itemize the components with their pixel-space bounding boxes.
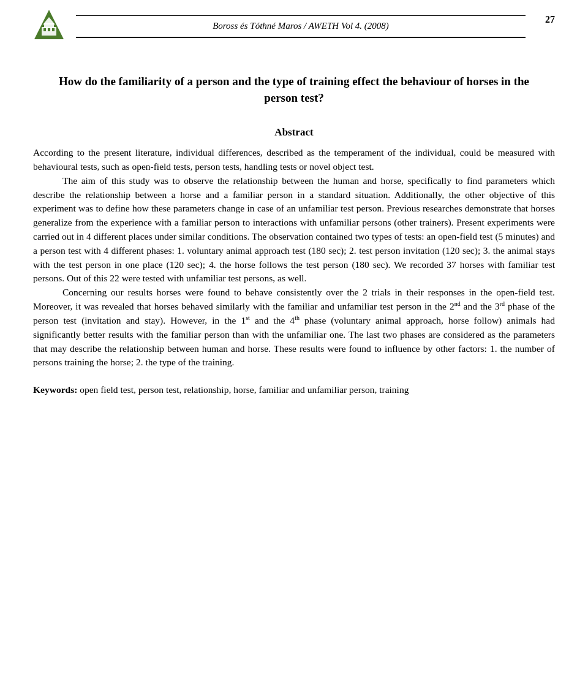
abstract-heading: Abstract xyxy=(33,125,555,140)
abstract-paragraph-2: The aim of this study was to observe the… xyxy=(33,174,555,286)
abstract-paragraph-1: According to the present literature, ind… xyxy=(33,146,555,174)
keywords-text: open field test, person test, relationsh… xyxy=(80,384,409,395)
keywords: Keywords: open field test, person test, … xyxy=(33,383,555,397)
abstract-body: According to the present literature, ind… xyxy=(33,146,555,370)
main-title: How do the familiarity of a person and t… xyxy=(45,74,543,106)
header: Boross és Tóthné Maros / AWETH Vol 4. (2… xyxy=(33,0,555,50)
header-line-top xyxy=(76,15,526,17)
journal-title: Boross és Tóthné Maros / AWETH Vol 4. (2… xyxy=(213,20,389,33)
keywords-label: Keywords: xyxy=(33,384,77,395)
header-center: Boross és Tóthné Maros / AWETH Vol 4. (2… xyxy=(65,12,537,42)
page: Boross és Tóthné Maros / AWETH Vol 4. (2… xyxy=(0,0,588,700)
header-line-bottom xyxy=(76,37,526,38)
logo xyxy=(33,9,65,44)
abstract-paragraph-3: Concerning our results horses were found… xyxy=(33,286,555,370)
page-number: 27 xyxy=(537,9,555,26)
svg-rect-6 xyxy=(52,28,55,31)
svg-rect-5 xyxy=(48,28,50,31)
svg-rect-4 xyxy=(43,28,46,31)
